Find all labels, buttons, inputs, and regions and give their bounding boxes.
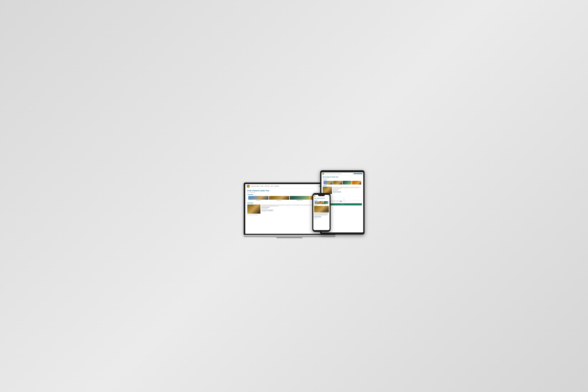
overview-image: Grand Rooms Tour — [247, 204, 260, 214]
phone-thumb-upstairs[interactable] — [319, 201, 324, 204]
nav-applications[interactable]: Applications — [274, 186, 279, 186]
tablet-overview-text: Every evening, Mr. Hearst's guests gathe… — [333, 187, 362, 194]
tablet-nav: Camping and Lodging Activities Hearst Ca… — [324, 174, 342, 174]
tablet-date-input[interactable] — [342, 200, 362, 202]
tablet-thumb-cottages[interactable] — [342, 181, 352, 184]
phone-thumb-grand[interactable] — [315, 201, 319, 204]
tablet-thumbnails: ‹ › — [323, 181, 362, 184]
phone-screen: ☰ Find a Hearst Castle Tour Home > Hears… — [313, 195, 330, 230]
phone-reservations: Reservations are strongly encouraged. — [314, 218, 329, 218]
scene: 🏰 Camping and Lodging Activities Hearst … — [216, 147, 372, 245]
phone-overview-image: More Info — [314, 206, 329, 212]
thumb-cottages[interactable]: Cottages & Kitchen Tour — [290, 196, 310, 201]
phone-breadcrumb: Home > Hearst Castle — [314, 199, 329, 200]
tablet-login-button[interactable]: LOGIN — [354, 173, 356, 174]
tablet-cart[interactable]: 🛒 Cart — [352, 174, 353, 174]
tablet-create-account-button[interactable]: CREATE ACCOUNT — [356, 173, 362, 174]
tablet-page-title: Find a Hearst Castle Tour — [323, 176, 362, 178]
tablet-nav-activities[interactable]: Activities — [330, 174, 332, 174]
tablet-thumb-designing[interactable] — [352, 181, 361, 184]
tablet-overview-detail-heading: Overview — [323, 185, 362, 186]
tablet-nav-passes[interactable]: Passes — [336, 174, 338, 174]
phone-select-tour-link[interactable]: Select a Tour — [314, 218, 329, 219]
cart-icon: 🛒 — [316, 186, 317, 186]
phone-thumbnails: ‹ › — [314, 201, 329, 204]
phone-next-nav[interactable]: › — [328, 202, 329, 203]
tablet-overview-image: Grand Rooms Tour — [323, 187, 332, 194]
tablet-selected-tour: Grand Rooms Tour — [323, 187, 327, 188]
nav-hearst[interactable]: Hearst Castle — [264, 186, 270, 186]
children-price-button[interactable]: $ 18* Children — [267, 210, 273, 211]
tablet-choose-date-group: Choose Date — [342, 199, 362, 202]
phone-children-price[interactable]: $ 18* Children — [318, 216, 321, 217]
tablet-children-price[interactable]: $ 18* Children — [337, 192, 341, 192]
phone-content: Find a Hearst Castle Tour Home > Hearst … — [313, 197, 330, 220]
tablet-price-buttons: $ 35* Adults $ 18* Children — [333, 192, 362, 192]
thumb-grand-label: Grand Rooms Tour — [248, 200, 268, 201]
phone-notch — [318, 195, 325, 196]
tablet-prev-nav[interactable]: ‹ — [323, 182, 323, 183]
tablet-choose-date-label: Choose Date — [342, 199, 362, 199]
page-title: Find a Hearst Castle Tour — [247, 190, 332, 192]
tablet-nav-hearst[interactable]: Hearst Castle — [333, 174, 336, 174]
thumb-upstairs-label: Upstairs Suites Tour — [269, 200, 289, 201]
phone-overview-heading: Overview — [314, 200, 329, 201]
nav-passes[interactable]: Passes — [271, 186, 274, 186]
prev-nav[interactable]: ‹ — [247, 198, 248, 199]
phone-adult-price[interactable]: $ 35* Adults — [314, 216, 317, 217]
laptop-cart-area: 🛒 Cart — [316, 186, 319, 186]
tablet-thumb-grand[interactable] — [324, 181, 333, 184]
phone-overview-detail-heading: Overview — [314, 205, 329, 206]
tablet-next-nav[interactable]: › — [362, 182, 362, 183]
tablet-logo — [322, 173, 324, 175]
phone-bezel: ☰ Find a Hearst Castle Tour Home > Hears… — [312, 193, 330, 232]
phone-overview-description: Every evening, Mr. Hearst's guests gathe… — [314, 213, 329, 216]
tablet-breadcrumb: Home > Hearst Castle — [323, 178, 362, 178]
thumb-cottages-label: Cottages & Kitchen Tour — [290, 200, 310, 201]
thumb-upstairs[interactable]: Upstairs Suites Tour — [269, 196, 289, 201]
phone-logo — [314, 195, 315, 197]
phone-thumb-cottages[interactable] — [324, 201, 328, 204]
breadcrumb: Home > Hearst Castle — [247, 192, 332, 193]
selected-tour-label: Grand Rooms Tour — [248, 205, 253, 206]
laptop-base — [244, 235, 335, 237]
tablet-overview-heading: Overview — [323, 180, 362, 180]
tablet-header: Camping and Lodging Activities Hearst Ca… — [322, 172, 363, 175]
phone-price-buttons: $ 35* Adults $ 18* Children — [314, 216, 329, 217]
cart-label[interactable]: Cart — [318, 186, 319, 186]
hamburger-menu[interactable]: ☰ — [328, 195, 329, 196]
phone-page-title: Find a Hearst Castle Tour — [314, 198, 329, 199]
laptop-logo: 🏰 — [247, 185, 250, 188]
thumb-grand[interactable]: Grand Rooms Tour — [248, 196, 268, 201]
laptop-nav: Camping and Lodging Activities Hearst Ca… — [251, 186, 279, 186]
tablet-overview-section: Grand Rooms Tour Every evening, Mr. Hear… — [323, 187, 362, 194]
tablet-thumb-upstairs[interactable] — [333, 181, 342, 184]
phone-more-info[interactable]: More Info — [326, 211, 328, 212]
nav-camping[interactable]: Camping and Lodging — [251, 186, 259, 186]
adult-price-button[interactable]: $ 35* Adults — [262, 210, 267, 211]
tablet-adult-price[interactable]: $ 35* Adults — [333, 192, 336, 192]
phone-prev-nav[interactable]: ‹ — [314, 202, 314, 203]
nav-activities[interactable]: Activities — [260, 186, 264, 186]
tablet-nav-apps[interactable]: Applications — [339, 174, 342, 174]
phone-device: ☰ Find a Hearst Castle Tour Home > Hears… — [312, 193, 330, 232]
tablet-nav-camping[interactable]: Camping and Lodging — [324, 174, 330, 174]
